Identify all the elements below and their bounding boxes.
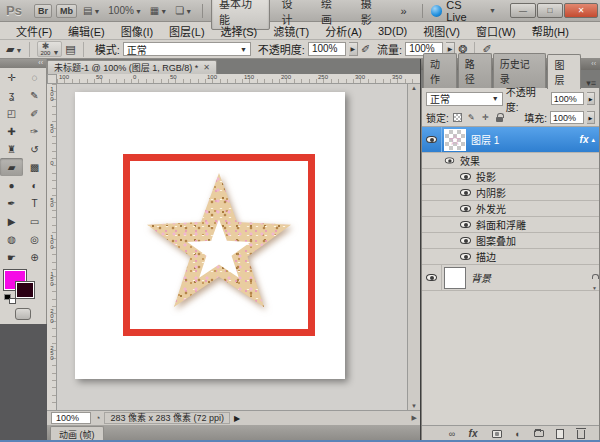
menu-select[interactable]: 选择(S) [213, 23, 266, 39]
mode-select[interactable]: 正常 ▼ [123, 42, 251, 56]
scroll-down-icon[interactable]: ▼ [590, 285, 599, 291]
eyedropper-tool[interactable]: ✐ [23, 104, 46, 122]
cs-live-button[interactable]: CS Live ▼ [431, 0, 496, 23]
workspace-overflow-button[interactable]: » [393, 3, 413, 19]
document-page[interactable] [75, 92, 345, 379]
canvas[interactable] [57, 84, 407, 410]
brush-tool[interactable]: ✑ [23, 122, 46, 140]
maximize-button[interactable]: □ [537, 3, 563, 18]
move-tool[interactable]: ✛ [0, 68, 23, 86]
arrange-documents-icon[interactable]: ▦▼ [148, 5, 169, 16]
eye-icon[interactable] [426, 274, 437, 281]
zoom-level-dropdown[interactable]: 100%▼ [106, 5, 144, 16]
type-tool[interactable]: T [23, 194, 46, 212]
status-menu-icon[interactable]: ▶ [234, 414, 240, 423]
layer-style-icon[interactable]: fx [467, 428, 479, 439]
close-button[interactable]: ✕ [564, 3, 598, 18]
menu-3d[interactable]: 3D(D) [370, 25, 415, 37]
lock-transparency-icon[interactable] [452, 112, 463, 123]
animation-frames-tab[interactable]: 动画 (帧) [50, 426, 104, 442]
crop-tool[interactable]: ◰ [0, 104, 23, 122]
history-brush-tool[interactable]: ↺ [23, 140, 46, 158]
effect-row-outer-glow[interactable]: 外发光 [422, 201, 599, 217]
quick-mask-button[interactable] [15, 308, 31, 320]
effects-header-row[interactable]: 效果 [422, 153, 599, 169]
eye-icon[interactable] [460, 205, 471, 212]
menu-help[interactable]: 帮助(H) [524, 23, 577, 39]
shape-tool[interactable]: ▭ [23, 212, 46, 230]
link-layers-icon[interactable]: ∞ [446, 429, 458, 439]
bridge-button[interactable]: Br [34, 4, 52, 18]
panel-menu-icon[interactable]: ▾≡ [582, 78, 600, 88]
zoom-tool[interactable]: ⊕ [23, 248, 46, 266]
horizontal-ruler[interactable]: 100 50 0 50 100 150 200 250 300 350 [57, 74, 420, 84]
lasso-tool[interactable]: ʓ [0, 86, 23, 104]
background-layer-name[interactable]: 背景 [471, 270, 591, 285]
layer-opacity-slider-button[interactable]: ▶ [587, 92, 595, 105]
layer1-thumbnail[interactable]: ☆ [444, 129, 466, 151]
menu-view[interactable]: 视图(V) [415, 23, 468, 39]
layer-row-background[interactable]: 背景 [422, 265, 599, 291]
vertical-ruler[interactable]: 100 50 0 50 100 150 200 250 [47, 84, 57, 410]
menu-image[interactable]: 图像(I) [113, 23, 161, 39]
toggle-brush-panel-icon[interactable]: ▤ [65, 43, 75, 56]
toolbox-collapse-button[interactable]: ‹‹ [0, 59, 46, 68]
eye-icon[interactable] [460, 253, 471, 260]
3d-camera-tool[interactable]: ◎ [23, 230, 46, 248]
layer1-name[interactable]: 图层 1 [471, 132, 580, 147]
layer-opacity-input[interactable]: 100% [551, 92, 584, 105]
layer-fill-input[interactable]: 100% [550, 111, 584, 124]
menu-file[interactable]: 文件(F) [8, 23, 60, 39]
visibility-cell[interactable] [422, 127, 442, 152]
screen-mode-icon[interactable]: ❏▼ [173, 5, 194, 16]
eye-icon[interactable] [460, 189, 471, 196]
effect-row-stroke[interactable]: 描边 [422, 249, 599, 265]
eye-icon[interactable] [460, 221, 471, 228]
effect-row-pattern-overlay[interactable]: 图案叠加 [422, 233, 599, 249]
minimize-button[interactable]: — [510, 3, 536, 18]
lock-pixels-icon[interactable]: ✎ [466, 112, 477, 123]
layer-fx-icon[interactable]: fx [580, 134, 589, 145]
opacity-input[interactable]: 100% [308, 42, 346, 56]
eye-icon[interactable] [426, 136, 437, 143]
dodge-tool[interactable]: ◐ [23, 176, 46, 194]
healing-brush-tool[interactable]: ✚ [0, 122, 23, 140]
status-zoom-input[interactable]: 100% [51, 412, 91, 424]
gradient-tool[interactable]: ▩ [23, 158, 46, 176]
menu-analysis[interactable]: 分析(A) [317, 23, 370, 39]
document-tab[interactable]: 未标题-1 @ 100% (图层 1, RGB/8) * ✕ [47, 60, 217, 74]
eye-icon[interactable] [460, 173, 471, 180]
marquee-tool[interactable]: ◌ [23, 68, 46, 86]
path-select-tool[interactable]: ▶ [0, 212, 23, 230]
hand-tool[interactable]: ☛ [0, 248, 23, 266]
layer-mask-icon[interactable] [491, 430, 503, 438]
eye-icon[interactable] [445, 158, 454, 164]
delete-layer-icon[interactable] [575, 428, 587, 439]
adjustment-layer-icon[interactable]: ◐ [512, 429, 524, 439]
effect-row-bevel-emboss[interactable]: 斜面和浮雕 [422, 217, 599, 233]
clone-stamp-tool[interactable]: ♜ [0, 140, 23, 158]
lock-position-icon[interactable]: ✛ [480, 112, 491, 123]
brush-preset-picker[interactable]: ✱ 200 ▼ [37, 41, 62, 57]
background-color-swatch[interactable] [16, 282, 34, 298]
fx-collapse-icon[interactable]: ▴ [591, 136, 595, 144]
opacity-slider-button[interactable]: ▶ [349, 42, 358, 56]
eye-icon[interactable] [460, 237, 471, 244]
effect-row-inner-shadow[interactable]: 内阴影 [422, 185, 599, 201]
tablet-pressure-opacity-icon[interactable]: ✐ [361, 43, 370, 56]
mini-bridge-button[interactable]: Mb [56, 4, 77, 18]
3d-rotate-tool[interactable]: ◍ [0, 230, 23, 248]
background-thumbnail[interactable] [444, 267, 466, 289]
quick-select-tool[interactable]: ✎ [23, 86, 46, 104]
menu-window[interactable]: 窗口(W) [468, 23, 524, 39]
tab-actions[interactable]: 动作 [423, 53, 457, 88]
scroll-right-icon[interactable]: ▶ [412, 414, 420, 422]
menu-layer[interactable]: 图层(L) [161, 23, 212, 39]
new-layer-icon[interactable] [554, 429, 566, 439]
lock-all-icon[interactable] [494, 112, 505, 123]
blend-mode-select[interactable]: 正常 ▼ [426, 92, 503, 106]
layer-row-layer1[interactable]: ☆ 图层 1 fx ▴ [422, 127, 599, 153]
tab-paths[interactable]: 路径 [458, 53, 492, 88]
visibility-cell[interactable] [422, 265, 442, 290]
eraser-tool[interactable]: ▰ [0, 158, 23, 176]
